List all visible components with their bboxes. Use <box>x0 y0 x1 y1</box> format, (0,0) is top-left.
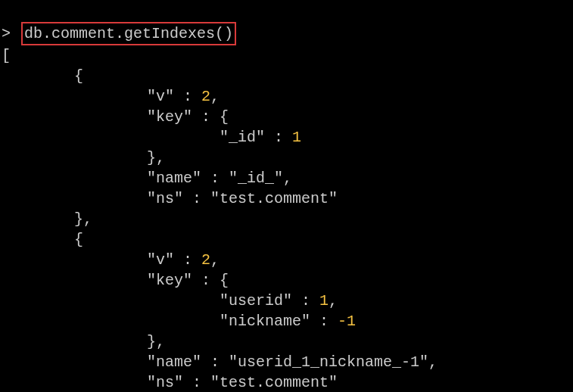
value-nickname: -1 <box>338 313 356 330</box>
key-name: "name" <box>147 170 201 187</box>
command-highlight-box: db.comment.getIndexes() <box>21 22 236 45</box>
key-ns: "ns" <box>147 374 183 391</box>
keyobj-open: { <box>220 108 229 126</box>
key-ns: "ns" <box>147 190 183 207</box>
keyobj-close: } <box>147 149 156 166</box>
value-v: 2 <box>201 88 210 105</box>
key-v: "v" <box>147 88 174 105</box>
value-ns: "test.comment" <box>210 374 338 391</box>
value-ns: "test.comment" <box>210 190 338 207</box>
key-v: "v" <box>147 251 174 269</box>
object-close: } <box>74 210 83 228</box>
array-open-bracket: [ <box>2 47 11 64</box>
value-userid: 1 <box>319 292 329 310</box>
value-id: 1 <box>292 129 301 146</box>
key-userid: "userid" <box>220 292 292 310</box>
key-key: "key" <box>147 108 192 126</box>
value-name: "userid_1_nickname_-1" <box>229 353 428 371</box>
prompt-symbol: > <box>2 25 11 42</box>
keyobj-close: } <box>147 333 156 350</box>
terminal-output: > db.comment.getIndexes() [ { "v" : 2, "… <box>2 2 571 392</box>
key-key: "key" <box>147 272 192 289</box>
value-v: 2 <box>201 251 210 269</box>
key-nickname: "nickname" <box>220 313 310 330</box>
object-open: { <box>74 67 83 85</box>
mongo-command[interactable]: db.comment.getIndexes() <box>24 25 233 42</box>
value-name: "_id_" <box>229 170 283 187</box>
key-id: "_id" <box>220 129 265 146</box>
keyobj-open: { <box>220 272 229 289</box>
key-name: "name" <box>147 353 201 371</box>
object-open: { <box>74 231 83 248</box>
